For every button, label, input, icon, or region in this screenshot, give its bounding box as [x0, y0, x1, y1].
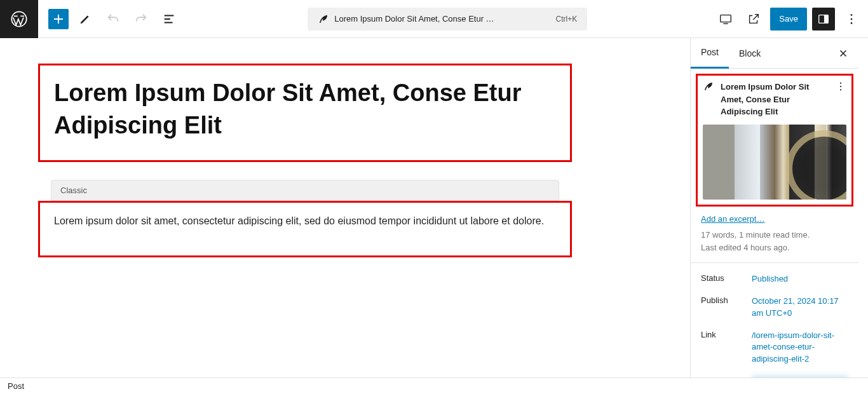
- settings-sidebar: Post Block Lorem Ipsum Dolor Sit Amet, C…: [690, 38, 868, 377]
- post-content-block[interactable]: Lorem ipsum dolor sit amet, consectetur …: [38, 201, 572, 258]
- feather-icon: [318, 13, 329, 25]
- top-toolbar: Lorem Ipsum Dolor Sit Amet, Conse Etur ……: [0, 0, 868, 38]
- featured-image-preview[interactable]: [703, 125, 846, 200]
- breadcrumb-post[interactable]: Post: [8, 381, 24, 391]
- svg-point-8: [840, 86, 841, 87]
- add-excerpt-link[interactable]: Add an excerpt…: [691, 212, 858, 226]
- document-title-button[interactable]: Lorem Ipsum Dolor Sit Amet, Conse Etur ……: [308, 8, 587, 31]
- wordpress-logo[interactable]: [0, 0, 38, 38]
- last-edited-text: Last edited 4 hours ago.: [701, 243, 790, 252]
- svg-rect-3: [824, 15, 828, 23]
- toolbar-center: Lorem Ipsum Dolor Sit Amet, Conse Etur ……: [180, 8, 714, 31]
- meta-row-author: Author admin: [691, 370, 858, 377]
- link-value[interactable]: /lorem-ipsum-dolor-sit-amet-conse-etur-a…: [752, 330, 848, 366]
- author-value[interactable]: admin: [752, 376, 848, 377]
- document-overview-button[interactable]: [158, 8, 180, 31]
- tools-button[interactable]: [74, 8, 97, 31]
- post-title-text[interactable]: Lorem Ipsum Dolor Sit Amet, Conse Etur A…: [54, 77, 556, 142]
- svg-point-9: [840, 89, 841, 90]
- feather-icon: [703, 81, 714, 92]
- publish-value[interactable]: October 21, 2024 10:17 am UTC+0: [752, 296, 848, 320]
- pencil-icon: [78, 12, 92, 26]
- redo-button[interactable]: [130, 8, 153, 31]
- status-label: Status: [701, 273, 747, 285]
- save-button-label: Save: [779, 14, 798, 24]
- options-button[interactable]: [840, 8, 863, 31]
- add-block-button[interactable]: [48, 9, 69, 29]
- classic-block-label[interactable]: Classic: [51, 180, 559, 201]
- breadcrumb-bar: Post: [0, 377, 868, 394]
- more-vertical-icon: [844, 12, 858, 26]
- publish-label: Publish: [701, 296, 747, 320]
- main-area: Lorem Ipsum Dolor Sit Amet, Conse Etur A…: [0, 38, 868, 377]
- document-title-text: Lorem Ipsum Dolor Sit Amet, Conse Etur …: [334, 14, 550, 24]
- shortcut-hint: Ctrl+K: [555, 15, 577, 24]
- redo-icon: [134, 12, 148, 26]
- list-icon: [162, 12, 176, 26]
- post-title-block[interactable]: Lorem Ipsum Dolor Sit Amet, Conse Etur A…: [38, 64, 572, 162]
- save-button[interactable]: Save: [770, 8, 807, 31]
- meta-row-link: Link /lorem-ipsum-dolor-sit-amet-conse-e…: [691, 325, 858, 371]
- settings-panel-toggle[interactable]: [812, 8, 835, 31]
- view-button[interactable]: [714, 8, 737, 31]
- post-body-text[interactable]: Lorem ipsum dolor sit amet, consectetur …: [54, 215, 544, 226]
- sidebar-toggle-icon: [817, 12, 831, 26]
- link-label: Link: [701, 330, 747, 366]
- close-icon: [837, 48, 849, 59]
- undo-button[interactable]: [102, 8, 125, 31]
- plus-icon: [51, 11, 66, 27]
- tab-block[interactable]: Block: [729, 38, 771, 69]
- undo-icon: [106, 12, 120, 26]
- svg-point-4: [851, 14, 853, 16]
- summary-actions-button[interactable]: [835, 81, 846, 92]
- read-time-text: 17 words, 1 minute read time.: [701, 230, 810, 240]
- close-sidebar-button[interactable]: [833, 43, 853, 64]
- svg-point-5: [851, 18, 853, 20]
- toolbar-left-group: [43, 8, 180, 31]
- svg-point-7: [840, 83, 841, 84]
- tab-post-label: Post: [701, 47, 719, 57]
- post-meta-info: 17 words, 1 minute read time. Last edite…: [691, 226, 858, 264]
- post-summary-panel: Lorem Ipsum Dolor Sit Amet, Conse Etur A…: [696, 74, 853, 207]
- status-value[interactable]: Published: [752, 273, 848, 285]
- editor-canvas[interactable]: Lorem Ipsum Dolor Sit Amet, Conse Etur A…: [0, 38, 690, 377]
- toolbar-right-group: Save: [714, 8, 863, 31]
- sidebar-tabs: Post Block: [691, 38, 858, 69]
- external-link-icon: [747, 12, 761, 26]
- summary-post-title: Lorem Ipsum Dolor Sit Amet, Conse Etur A…: [721, 81, 829, 118]
- meta-row-publish: Publish October 21, 2024 10:17 am UTC+0: [691, 290, 858, 325]
- tab-post[interactable]: Post: [691, 38, 729, 69]
- svg-rect-1: [721, 15, 731, 22]
- wordpress-icon: [10, 10, 28, 28]
- tab-block-label: Block: [739, 48, 761, 58]
- more-vertical-icon: [835, 81, 846, 92]
- preview-external-button[interactable]: [742, 8, 765, 31]
- desktop-icon: [719, 12, 733, 26]
- svg-point-6: [851, 22, 853, 24]
- meta-row-status: Status Published: [691, 268, 858, 290]
